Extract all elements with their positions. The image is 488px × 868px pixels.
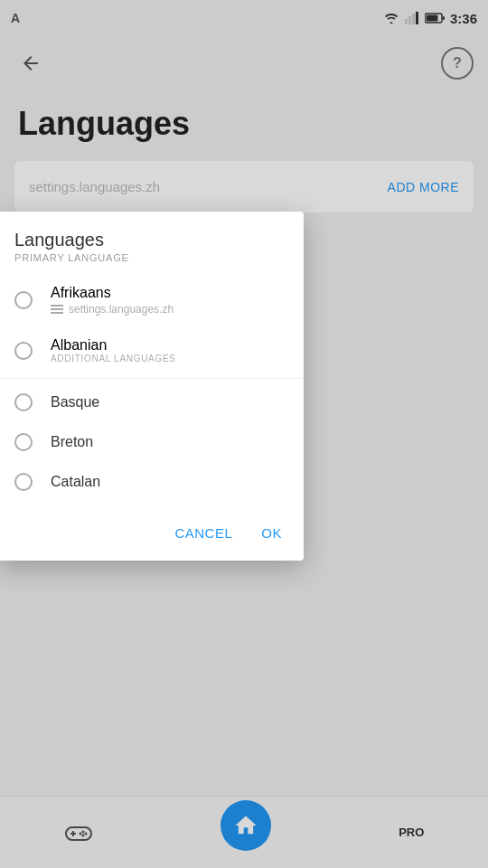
afrikaans-sub-label: settings.languages.zh [69, 303, 174, 316]
list-item[interactable]: Breton [0, 422, 304, 462]
radio-catalan[interactable] [14, 473, 33, 491]
language-list: Afrikaans settings.languages.zh Albanian… [0, 267, 304, 509]
list-item[interactable]: Afrikaans settings.languages.zh [0, 274, 304, 326]
cancel-button[interactable]: CANCEL [167, 520, 239, 546]
hamburger-icon [51, 305, 63, 314]
radio-afrikaans[interactable] [14, 291, 33, 309]
dialog-title: Languages [14, 230, 286, 250]
afrikaans-label: Afrikaans [51, 285, 174, 301]
additional-languages-label: ADDITIONAL LANGUAGES [51, 354, 176, 363]
breton-label: Breton [51, 434, 93, 450]
radio-breton[interactable] [14, 433, 33, 451]
list-item[interactable]: Basque [0, 382, 304, 422]
dialog-subtitle: PRIMARY LANGUAGE [14, 252, 286, 263]
list-item[interactable]: Catalan [0, 462, 304, 502]
catalan-label: Catalan [51, 474, 100, 490]
albanian-label: Albanian [51, 337, 176, 354]
list-divider [0, 378, 304, 379]
afrikaans-label-group: Afrikaans settings.languages.zh [51, 285, 174, 316]
radio-basque[interactable] [14, 393, 33, 411]
dialog-buttons: CANCEL Ok [0, 509, 304, 561]
ok-button[interactable]: Ok [254, 520, 289, 546]
dialog-header: Languages PRIMARY LANGUAGE [0, 212, 304, 267]
afrikaans-sub: settings.languages.zh [51, 303, 174, 316]
list-item[interactable]: Albanian ADDITIONAL LANGUAGES [0, 326, 304, 374]
albanian-label-group: Albanian ADDITIONAL LANGUAGES [51, 337, 176, 363]
radio-albanian[interactable] [14, 342, 33, 360]
basque-label: Basque [51, 394, 99, 410]
language-dialog: Languages PRIMARY LANGUAGE Afrikaans set… [0, 212, 304, 561]
